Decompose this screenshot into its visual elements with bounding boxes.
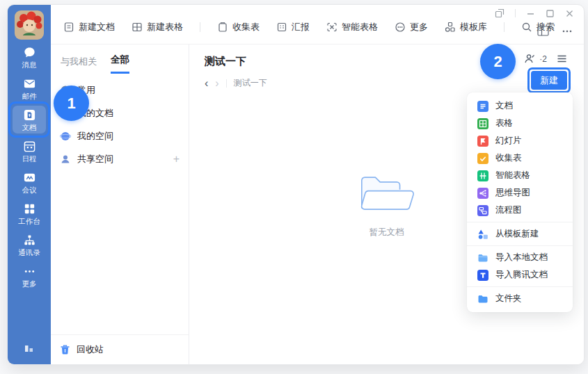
sidebar-item-calendar[interactable]: 日程: [13, 137, 46, 165]
sidebar-item-mail[interactable]: 邮件: [13, 74, 46, 102]
sidebar-item-messages[interactable]: 消息: [13, 43, 46, 71]
sidebar-item-label: 更多: [22, 279, 37, 288]
menu-item-label: 思维导图: [495, 187, 530, 199]
slides-icon: [477, 136, 488, 147]
toolbar-label: 新建表格: [147, 21, 183, 33]
panel-item-my-space[interactable]: 我的空间: [51, 124, 189, 147]
menu-item-label: 导入本地文档: [495, 252, 548, 263]
stats-button[interactable]: [22, 341, 36, 355]
collaborators-icon[interactable]: [524, 54, 535, 64]
new-sheet-icon: [132, 22, 143, 33]
new-doc-button[interactable]: 新建文档: [63, 21, 115, 33]
new-button[interactable]: 新建: [531, 71, 567, 90]
ellipsis-menu-icon[interactable]: [562, 26, 573, 36]
smart-sheet-button[interactable]: 智能表格: [326, 21, 378, 33]
more-tools-button[interactable]: 更多: [395, 21, 428, 33]
sidebar-item-label: 工作台: [18, 217, 40, 225]
doc-icon: [477, 101, 488, 112]
sidebar-item-contacts[interactable]: 通讯录: [13, 231, 46, 259]
smart-sheet-icon: [477, 170, 488, 181]
popout-icon[interactable]: [495, 8, 504, 18]
menu-item-sheet[interactable]: 表格: [467, 115, 573, 132]
collect-form-icon: [217, 22, 228, 33]
panel-item-label: 我的空间: [77, 130, 113, 143]
menu-item-smart-sheet[interactable]: 智能表格: [467, 167, 573, 184]
recycle-bin-label: 回收站: [77, 343, 104, 356]
window-controls-separator: [515, 9, 516, 17]
calendar-icon: [23, 140, 36, 153]
more-circle-icon: [395, 22, 406, 33]
add-space-button[interactable]: +: [173, 153, 180, 165]
menu-item-label: 从模板新建: [495, 228, 539, 240]
breadcrumb-separator: [226, 79, 227, 88]
toolbar-label: 新建文档: [79, 21, 115, 33]
new-sheet-button[interactable]: 新建表格: [132, 21, 183, 33]
org-contacts-icon: [23, 234, 36, 247]
tab-all[interactable]: 全部: [111, 54, 129, 74]
my-docs-icon: [60, 108, 71, 119]
window-controls: [495, 8, 574, 18]
side-panel-toggle-icon[interactable]: [537, 26, 549, 36]
top-toolbar: 新建文档 新建表格 收集表: [51, 5, 584, 44]
menu-item-folder[interactable]: 文件夹: [467, 290, 573, 307]
panel-item-list: 常用 我的文档 我的空间: [51, 79, 189, 170]
menu-item-import-local[interactable]: 导入本地文档: [467, 249, 573, 266]
form-icon: [477, 153, 488, 164]
header-action-icons: ·2: [524, 54, 567, 64]
mail-icon: [23, 77, 36, 90]
toolbar-label: 更多: [410, 21, 428, 33]
report-button[interactable]: 汇报: [276, 21, 310, 33]
menu-item-doc[interactable]: 文档: [467, 97, 573, 115]
my-space-icon: [60, 131, 71, 142]
menu-item-flowchart[interactable]: 流程图: [467, 202, 573, 219]
template-shapes-icon: [477, 229, 488, 240]
shared-space-icon: [60, 154, 71, 165]
folder-icon: [477, 293, 488, 304]
list-menu-icon[interactable]: [557, 54, 567, 63]
menu-item-slides[interactable]: 幻灯片: [467, 132, 573, 149]
menu-divider: [467, 286, 573, 287]
collaborators-count: ·2: [539, 54, 547, 64]
user-avatar[interactable]: [15, 10, 44, 40]
maximize-icon[interactable]: [546, 9, 555, 18]
menu-divider: [467, 222, 573, 222]
minimize-icon[interactable]: [526, 9, 535, 18]
sidebar-item-meeting[interactable]: 会议: [13, 168, 46, 196]
empty-state: 暂无文档: [357, 172, 417, 238]
nav-forward-icon[interactable]: ›: [215, 79, 218, 88]
tab-related-to-me[interactable]: 与我相关: [61, 56, 97, 74]
sidebar-item-label: 文档: [22, 123, 37, 131]
import-local-icon: [477, 252, 488, 263]
avatar-image: [15, 10, 44, 40]
collect-form-button[interactable]: 收集表: [217, 21, 260, 33]
menu-item-mindmap[interactable]: 思维导图: [467, 184, 573, 202]
panel-item-frequent[interactable]: 常用: [51, 79, 189, 101]
chat-bubble-icon: [23, 46, 36, 59]
flowchart-icon: [477, 205, 488, 216]
recycle-bin-item[interactable]: 回收站: [51, 335, 189, 364]
menu-item-form[interactable]: 收集表: [467, 149, 573, 167]
mindmap-icon: [477, 188, 488, 199]
main-header-actions: ·2 新建: [524, 54, 567, 90]
toolbar-separator: [504, 22, 504, 32]
meeting-icon: [23, 171, 36, 184]
panel-item-my-docs[interactable]: 我的文档: [51, 101, 189, 124]
panel-item-shared-space[interactable]: 共享空间 +: [51, 147, 189, 170]
template-library-button[interactable]: 模板库: [445, 21, 487, 33]
empty-folder-icon: [357, 172, 417, 217]
menu-item-import-tencent[interactable]: 导入腾讯文档: [467, 266, 573, 284]
sidebar-item-more[interactable]: 更多: [13, 262, 46, 290]
menu-item-from-template[interactable]: 从模板新建: [467, 225, 573, 243]
close-icon[interactable]: [565, 9, 574, 18]
sidebar-item-workbench[interactable]: 工作台: [13, 200, 46, 227]
panel-spacer: [51, 170, 189, 334]
sidebar-item-docs[interactable]: 文档: [13, 106, 46, 133]
clock-icon: [60, 85, 71, 96]
toolbar-group-tools: 收集表 汇报 智能表格: [217, 21, 487, 33]
menu-item-label: 导入腾讯文档: [495, 269, 548, 281]
nav-back-icon[interactable]: ‹: [205, 79, 208, 88]
menu-divider: [467, 245, 573, 246]
toolbar-label: 收集表: [232, 21, 260, 33]
panel-item-label: 共享空间: [77, 153, 113, 165]
nav-rail: 消息 邮件 文档 日程: [8, 5, 51, 364]
